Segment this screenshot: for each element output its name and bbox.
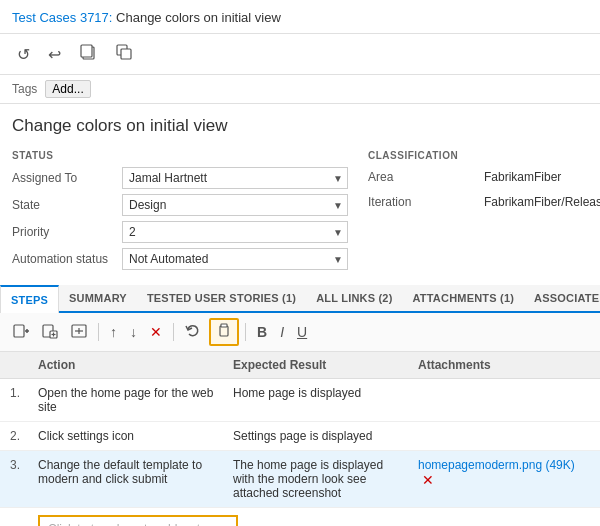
table-row[interactable]: 3. Change the default template to modern… xyxy=(0,451,600,508)
status-section: STATUS Assigned To Jamal Hartnett ▼ Stat… xyxy=(12,150,348,275)
attachment-link-3[interactable]: homepagemoderm.png (49K) xyxy=(418,458,575,472)
italic-button[interactable]: I xyxy=(275,322,289,342)
refresh-button[interactable]: ↺ xyxy=(12,42,35,67)
automation-select[interactable]: Not Automated xyxy=(122,248,348,270)
area-field: Area FabrikamFiber xyxy=(368,167,588,187)
add-step-cell[interactable]: Click to type here to add a step xyxy=(30,508,600,527)
state-select[interactable]: Design xyxy=(122,194,348,216)
assigned-to-select[interactable]: Jamal Hartnett xyxy=(122,167,348,189)
step-num-3: 3. xyxy=(0,451,30,508)
step-attach-3: homepagemoderm.png (49K) ✕ xyxy=(410,451,600,508)
bold-button[interactable]: B xyxy=(252,322,272,342)
step-num-1: 1. xyxy=(0,379,30,422)
assigned-to-field: Assigned To Jamal Hartnett ▼ xyxy=(12,167,348,189)
state-field: State Design ▼ xyxy=(12,194,348,216)
area-value: FabrikamFiber xyxy=(478,167,567,187)
add-step-input[interactable]: Click to type here to add a step xyxy=(38,515,238,526)
tags-label: Tags xyxy=(12,82,37,96)
move-up-button[interactable]: ↑ xyxy=(105,322,122,342)
step-attach-1 xyxy=(410,379,600,422)
underline-button[interactable]: U xyxy=(292,322,312,342)
col-header-attachments: Attachments xyxy=(410,352,600,379)
classification-section: CLASSIFICATION Area FabrikamFiber Iterat… xyxy=(368,150,588,275)
priority-label: Priority xyxy=(12,225,122,239)
tab-summary[interactable]: SUMMARY xyxy=(59,285,137,311)
tab-attachments[interactable]: ATTACHMENTS (1) xyxy=(403,285,525,311)
tabs-bar: STEPS SUMMARY TESTED USER STORIES (1) AL… xyxy=(0,285,600,313)
add-step-num xyxy=(0,508,30,527)
iteration-field: Iteration FabrikamFiber/Release1\Spri... xyxy=(368,192,588,212)
tab-tested-user-stories[interactable]: TESTED USER STORIES (1) xyxy=(137,285,306,311)
step-action-3[interactable]: Change the default template to modern an… xyxy=(30,451,225,508)
automation-wrapper: Not Automated ▼ xyxy=(122,248,348,270)
duplicate-button[interactable] xyxy=(110,40,138,68)
tab-associated-automat[interactable]: ASSOCIATED AUTOMAT... xyxy=(524,285,600,311)
form-columns: STATUS Assigned To Jamal Hartnett ▼ Stat… xyxy=(12,150,588,275)
tab-all-links[interactable]: ALL LINKS (2) xyxy=(306,285,402,311)
col-header-action: Action xyxy=(30,352,225,379)
svg-rect-1 xyxy=(81,45,92,57)
steps-table-header: Action Expected Result Attachments xyxy=(0,352,600,379)
insert-step-button[interactable] xyxy=(66,320,92,344)
step-expected-2[interactable]: Settings page is displayed xyxy=(225,422,410,451)
automation-field: Automation status Not Automated ▼ xyxy=(12,248,348,270)
assigned-to-label: Assigned To xyxy=(12,171,122,185)
svg-rect-3 xyxy=(121,49,131,59)
step-num-2: 2. xyxy=(0,422,30,451)
assigned-to-wrapper: Jamal Hartnett ▼ xyxy=(122,167,348,189)
toolbar-divider-2 xyxy=(173,323,174,341)
step-action-2[interactable]: Click settings icon xyxy=(30,422,225,451)
classification-section-label: CLASSIFICATION xyxy=(368,150,588,161)
automation-label: Automation status xyxy=(12,252,122,266)
title-bar: Test Cases 3717: Change colors on initia… xyxy=(0,0,600,34)
tags-add-button[interactable]: Add... xyxy=(45,80,90,98)
status-section-label: STATUS xyxy=(12,150,348,161)
state-label: State xyxy=(12,198,122,212)
col-header-expected: Expected Result xyxy=(225,352,410,379)
svg-rect-4 xyxy=(14,325,24,337)
step-attach-2 xyxy=(410,422,600,451)
add-shared-step-button[interactable] xyxy=(37,320,63,344)
steps-table: Action Expected Result Attachments 1. Op… xyxy=(0,352,600,526)
form-area: Change colors on initial view STATUS Ass… xyxy=(0,104,600,275)
undo-step-button[interactable] xyxy=(180,320,206,344)
form-title: Change colors on initial view xyxy=(12,116,588,136)
iteration-value: FabrikamFiber/Release1\Spri... xyxy=(478,192,600,212)
toolbar-divider-3 xyxy=(245,323,246,341)
table-row[interactable]: 1. Open the home page for the web site H… xyxy=(0,379,600,422)
clipboard-button[interactable] xyxy=(209,318,239,346)
state-wrapper: Design ▼ xyxy=(122,194,348,216)
steps-toolbar: ↑ ↓ ✕ B I U xyxy=(0,313,600,352)
test-cases-link[interactable]: Test Cases 3717: xyxy=(12,10,112,25)
tab-steps[interactable]: STEPS xyxy=(0,285,59,313)
priority-wrapper: 2 ▼ xyxy=(122,221,348,243)
undo-button[interactable]: ↩ xyxy=(43,42,66,67)
add-step-row[interactable]: Click to type here to add a step xyxy=(0,508,600,527)
add-step-button[interactable] xyxy=(8,320,34,344)
step-expected-1[interactable]: Home page is displayed xyxy=(225,379,410,422)
attachment-delete-icon-3[interactable]: ✕ xyxy=(422,472,434,488)
svg-rect-15 xyxy=(221,324,227,327)
move-down-button[interactable]: ↓ xyxy=(125,322,142,342)
col-header-num xyxy=(0,352,30,379)
main-toolbar: ↺ ↩ xyxy=(0,34,600,75)
priority-select[interactable]: 2 xyxy=(122,221,348,243)
copy-button[interactable] xyxy=(74,40,102,68)
toolbar-divider-1 xyxy=(98,323,99,341)
table-row[interactable]: 2. Click settings icon Settings page is … xyxy=(0,422,600,451)
page-title: Change colors on initial view xyxy=(112,10,280,25)
step-expected-3[interactable]: The home page is displayed with the mode… xyxy=(225,451,410,508)
step-action-1[interactable]: Open the home page for the web site xyxy=(30,379,225,422)
tags-bar: Tags Add... xyxy=(0,75,600,104)
iteration-label: Iteration xyxy=(368,195,478,209)
delete-step-button[interactable]: ✕ xyxy=(145,322,167,342)
area-label: Area xyxy=(368,170,478,184)
priority-field: Priority 2 ▼ xyxy=(12,221,348,243)
